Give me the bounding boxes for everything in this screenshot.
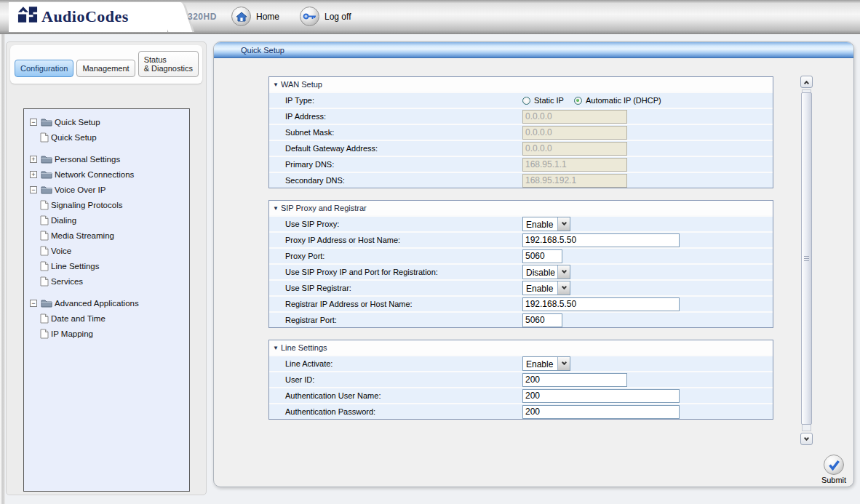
tree-item-signaling-protocols[interactable]: Signaling Protocols [24,197,189,212]
radio-icon[interactable] [574,97,582,105]
tree-item-quick-setup[interactable]: −Quick Setup [24,114,189,129]
tab-strip: ConfigurationManagementStatus & Diagnost… [10,45,202,84]
field-label: Use SIP Proxy IP and Port for Registrati… [269,268,438,276]
field-label: IP Address: [269,112,326,121]
use-sip-proxy-select[interactable]: Enable [522,217,570,231]
brand-name: AudioCodes [41,7,129,26]
submit-check-icon[interactable] [824,455,844,475]
use-sip-proxy-ip-and-port-for-registration-select[interactable]: Disable [522,265,570,279]
select-arrow-icon[interactable] [557,357,570,370]
field-label: Primary DNS: [269,160,334,169]
vertical-scrollbar[interactable] [800,76,814,445]
tree-item-advanced-applications[interactable]: −Advanced Applications [24,295,189,311]
key-icon[interactable] [300,7,319,26]
line-activate-select[interactable]: Enable [522,356,570,371]
tree-item-network-connections[interactable]: +Network Connections [24,167,189,182]
home-icon[interactable] [231,7,251,26]
select-arrow-icon[interactable] [557,217,570,231]
page-icon [40,200,49,210]
field-control [522,372,627,387]
field-control [522,313,562,327]
section-collapse-icon[interactable]: ▼ [273,205,279,212]
tree-item-date-and-time[interactable]: Date and Time [24,311,189,326]
form-row: IP Address: [269,108,773,124]
field-label: Registrar Port: [269,316,337,324]
folder-icon [41,169,52,179]
form-row: Default Gateway Address: [269,140,773,156]
user-id-input[interactable] [522,373,627,387]
scroll-down-button[interactable] [800,433,813,445]
select-arrow-icon[interactable] [557,265,570,279]
field-label: Line Activate: [269,359,333,368]
field-label: Secondary DNS: [269,176,345,185]
tree-item-voice[interactable]: Voice [24,243,189,258]
tree-item-personal-settings[interactable]: +Personal Settings [24,151,189,167]
tree-item-label: Dialing [51,216,76,225]
form-row: Subnet Mask: [269,124,773,140]
top-toolbar: AudioCodes 320HD Home Log off [0,0,860,34]
section-collapse-icon[interactable]: ▼ [273,345,279,351]
tab-management[interactable]: Management [76,60,135,77]
expand-expander-icon[interactable]: + [30,171,37,178]
page-icon [40,329,49,339]
submit-label[interactable]: Submit [817,476,851,484]
field-control [522,141,627,156]
section-header[interactable]: ▼Line Settings [269,340,773,355]
tab-configuration[interactable]: Configuration [15,60,73,77]
field-label: Authentication User Name: [269,391,381,400]
scroll-up-button[interactable] [800,76,813,88]
field-label: Default Gateway Address: [269,144,378,153]
select-arrow-icon[interactable] [557,281,570,295]
field-control: Disable [522,265,570,279]
use-sip-registrar-select[interactable]: Enable [522,281,570,295]
radio-option-automatic-ip-dhcp[interactable]: Automatic IP (DHCP) [574,96,661,105]
logoff-button[interactable]: Log off [300,7,351,26]
tree-item-label: Quick Setup [51,133,97,142]
authentication-user-name-input[interactable] [522,389,680,403]
page-icon [40,276,49,287]
expand-expander-icon[interactable]: + [30,156,37,163]
form-row: Use SIP Registrar:Enable [269,279,773,295]
logoff-label[interactable]: Log off [325,12,351,22]
radio-option-static-ip[interactable]: Static IP [522,96,564,105]
registrar-port-input[interactable] [522,313,562,327]
authentication-password-input[interactable] [522,405,680,419]
tree-item-line-settings[interactable]: Line Settings [24,258,189,273]
section-header[interactable]: ▼SIP Proxy and Registrar [269,201,773,215]
radio-label: Static IP [534,96,564,105]
tree-item-label: Network Connections [55,170,134,179]
form-row: Proxy IP Address or Host Name: [269,231,773,247]
tree-item-services[interactable]: Services [24,273,189,289]
registrar-ip-address-or-host-name-input[interactable] [522,297,680,311]
scrollbar-thumb[interactable] [801,92,812,425]
tree-item-quick-setup[interactable]: Quick Setup [24,129,189,145]
form-row: Line Activate:Enable [269,355,773,371]
collapse-expander-icon[interactable]: − [30,119,37,126]
chevron-down-icon [561,284,566,289]
folder-icon [41,117,52,127]
section-header[interactable]: ▼WAN Setup [269,77,773,92]
proxy-port-input[interactable] [522,249,562,263]
form-row: Use SIP Proxy IP and Port for Registrati… [269,263,773,279]
device-model: 320HD [188,12,217,22]
folder-icon [41,154,52,164]
submit-button[interactable]: Submit [817,455,851,484]
tree-item-ip-mapping[interactable]: IP Mapping [24,326,189,341]
tree-item-media-streaming[interactable]: Media Streaming [24,228,189,243]
tree-item-dialing[interactable]: Dialing [24,212,189,228]
tree-item-voice-over-ip[interactable]: −Voice Over IP [24,182,189,197]
home-label[interactable]: Home [256,12,279,22]
field-label: Subnet Mask: [269,128,334,137]
proxy-ip-address-or-host-name-input[interactable] [522,233,680,247]
select-value: Enable [523,217,557,231]
select-value: Enable [523,357,557,370]
field-control: Enable [522,281,570,295]
tree-item-label: Signaling Protocols [51,201,122,209]
collapse-expander-icon[interactable]: − [30,300,37,307]
collapse-expander-icon[interactable]: − [30,186,37,193]
section-collapse-icon[interactable]: ▼ [273,81,279,88]
tab-status-diagnostics[interactable]: Status & Diagnostics [138,51,199,77]
home-button[interactable]: Home [231,7,279,26]
radio-icon[interactable] [522,97,530,105]
chevron-down-icon [561,268,566,273]
